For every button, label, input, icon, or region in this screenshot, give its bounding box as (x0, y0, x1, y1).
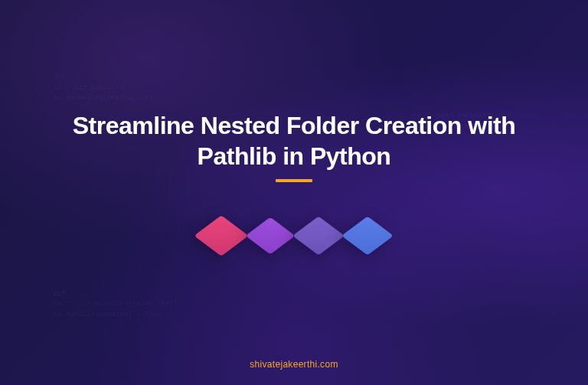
diamond-icon (292, 216, 345, 255)
title-line-2: Pathlib in Python (198, 142, 391, 170)
decorative-code-snippet: def : ... os :: dir.makedirs(exist_ok=))… (54, 289, 178, 321)
diamond-icon (341, 216, 394, 255)
hero-content: Streamline Nested Folder Creation with P… (73, 110, 515, 253)
diamond-icon (194, 215, 248, 256)
title-underline-accent (276, 179, 312, 182)
footer-url: shivatejakeerthi.com (250, 359, 338, 370)
decorative-diamonds-row (204, 219, 384, 253)
diamond-icon (246, 217, 296, 254)
title-line-1: Streamline Nested Folder Creation with (73, 112, 515, 139)
decorative-code-snippet: def os : dir_makedirs(...) os.getmkdirs(… (54, 73, 153, 104)
page-title: Streamline Nested Folder Creation with P… (73, 110, 515, 171)
